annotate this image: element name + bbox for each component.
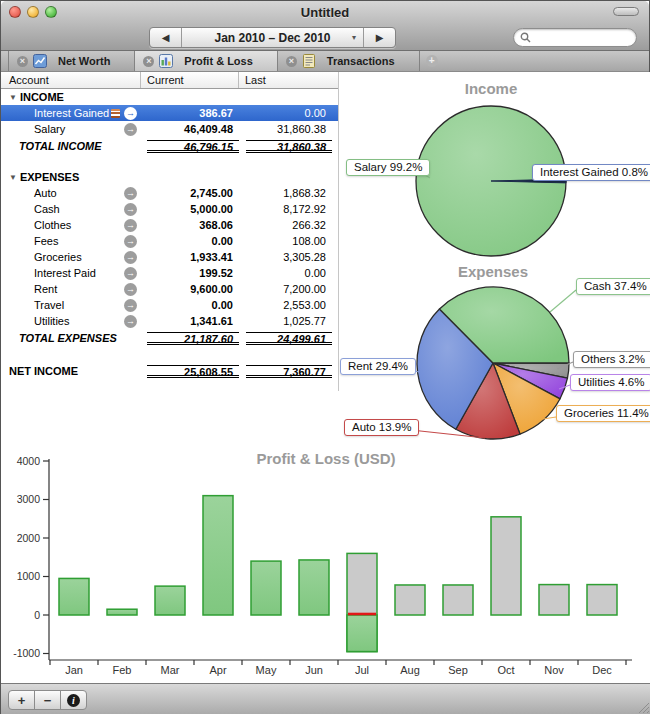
row-detail-arrow-button[interactable]: → [124,299,137,312]
month-label-nov: Nov [544,664,564,676]
bar-may[interactable] [251,561,281,615]
bar-jan[interactable] [59,578,89,615]
tab-label: Net Worth [52,55,124,67]
row-detail-arrow-button[interactable]: → [124,283,137,296]
pie-label-auto: Auto 13.9% [344,419,419,436]
tab-bar: × Net Worth × Profit & Loss × [1,51,649,72]
toolbar-toggle-lozenge[interactable] [613,7,639,16]
y-axis-tick-label: -1000 [13,647,40,659]
total-row-total-expenses: TOTAL EXPENSES21,187.6024,499.61 [1,329,338,347]
bar-aug[interactable] [395,585,425,615]
info-button[interactable]: i [60,690,87,710]
row-detail-arrow-button[interactable]: → [124,267,137,280]
window-chrome: Untitled ◀ Jan 2010 – Dec 2010 ▾ ▶ [1,1,649,51]
total-row-total-income: TOTAL INCOME46,796.1531,860.38 [1,137,338,155]
search-input[interactable] [535,32,625,44]
month-label-aug: Aug [400,664,420,676]
tab-net-worth[interactable]: × Net Worth [8,51,135,71]
bar-dec[interactable] [587,585,617,615]
tab-label: Profit & Loss [178,55,266,67]
pie-label-utilities: Utilities 4.6% [570,374,650,391]
table-row-auto[interactable]: Auto→2,745.001,868.32 [1,185,338,201]
pie-label-rent: Rent 29.4% [340,358,416,375]
add-tab-button[interactable]: + [426,55,438,67]
bar-oct[interactable] [491,517,521,615]
column-header-account: Account [1,72,141,88]
tab-profit-loss[interactable]: × Profit & Loss [135,51,277,71]
table-row-salary[interactable]: Salary→46,409.4831,860.38 [1,121,338,137]
remove-account-button[interactable]: − [34,690,61,710]
bar-apr[interactable] [203,496,233,615]
row-detail-arrow-button[interactable]: → [124,251,137,264]
bar-feb[interactable] [107,609,137,615]
y-axis-tick-label: 0 [34,609,40,621]
y-axis-tick-label: 2000 [17,532,41,544]
net-income-row: NET INCOME25,608.557,360.77 [1,362,338,380]
resize-grip[interactable] [636,700,649,713]
table-row-utilities[interactable]: Utilities→1,341.611,025.77 [1,313,338,329]
table-row-clothes[interactable]: Clothes→368.06266.32 [1,217,338,233]
bar-jul-negative [347,615,377,652]
row-detail-arrow-button[interactable]: → [124,187,137,200]
close-tab-icon[interactable]: × [17,56,28,67]
bar-jun[interactable] [299,560,329,615]
search-icon [520,32,531,43]
section-row-expenses[interactable]: ▼EXPENSES [1,169,338,185]
table-row-interest-gained[interactable]: Interest Gained→386.670.00 [1,105,338,121]
app-window: Untitled ◀ Jan 2010 – Dec 2010 ▾ ▶ × [0,0,650,714]
month-label-oct: Oct [497,664,514,676]
month-label-jun: Jun [305,664,323,676]
y-axis-tick-label: 1000 [17,570,41,582]
bar-nov[interactable] [539,585,569,615]
y-axis-tick-label: 3000 [17,493,41,505]
period-navigator: ◀ Jan 2010 – Dec 2010 ▾ ▶ [149,27,396,48]
pie-label-groceries: Groceries 11.4% [556,405,650,422]
table-row-cash[interactable]: Cash→5,000.008,172.92 [1,201,338,217]
pie-label-salary: Salary 99.2% [346,159,430,176]
month-label-apr: Apr [209,664,226,676]
period-dropdown[interactable]: Jan 2010 – Dec 2010 ▾ [181,28,364,47]
pie-label-cash: Cash 37.4% [576,278,650,295]
profit-loss-bar-chart: 40003000200010000-1000JanFebMarAprMayJun… [1,445,650,683]
bar-sep[interactable] [443,585,473,615]
table-row-travel[interactable]: Travel→0.002,553.00 [1,297,338,313]
row-detail-arrow-button[interactable]: → [124,235,137,248]
table-header: AccountCurrentLast [1,72,338,89]
month-label-feb: Feb [113,664,132,676]
section-row-income[interactable]: ▼INCOME [1,89,338,105]
period-label: Jan 2010 – Dec 2010 [214,31,330,45]
window-title: Untitled [1,5,649,20]
month-label-mar: Mar [161,664,180,676]
pie-label-others: Others 3.2% [573,351,650,368]
month-label-may: May [256,664,277,676]
table-row-groceries[interactable]: Groceries→1,933.413,305.28 [1,249,338,265]
row-detail-arrow-button[interactable]: → [124,219,137,232]
search-field[interactable] [513,28,637,47]
y-axis-tick-label: 4000 [17,455,41,467]
disclosure-triangle-icon[interactable]: ▼ [9,173,17,182]
tab-transactions[interactable]: × Transactions [278,51,420,71]
row-detail-arrow-button[interactable]: → [124,123,137,136]
close-tab-icon[interactable]: × [286,56,297,67]
previous-period-button[interactable]: ◀ [150,28,181,47]
row-detail-arrow-button[interactable]: → [124,315,137,328]
transactions-ledger-icon [302,54,316,68]
table-row-rent[interactable]: Rent→9,600.007,200.00 [1,281,338,297]
table-row-fees[interactable]: Fees→0.00108.00 [1,233,338,249]
table-row-interest-paid[interactable]: Interest Paid→199.520.00 [1,265,338,281]
bar-mar[interactable] [155,586,185,615]
month-label-jul: Jul [355,664,369,676]
net-worth-chart-icon [33,54,47,68]
row-detail-arrow-button[interactable]: → [124,107,137,120]
main-content: AccountCurrentLast▼INCOMEInterest Gained… [1,72,650,683]
row-detail-arrow-button[interactable]: → [124,203,137,216]
close-tab-icon[interactable]: × [143,56,154,67]
next-period-button[interactable]: ▶ [364,28,395,47]
month-label-sep: Sep [448,664,468,676]
pie-label-interest-gained: Interest Gained 0.8% [532,164,650,181]
profit-loss-chart-icon [159,54,173,68]
add-account-button[interactable]: + [8,690,35,710]
column-header-last: Last [239,72,338,88]
info-icon: i [67,694,80,707]
disclosure-triangle-icon[interactable]: ▼ [9,93,17,102]
